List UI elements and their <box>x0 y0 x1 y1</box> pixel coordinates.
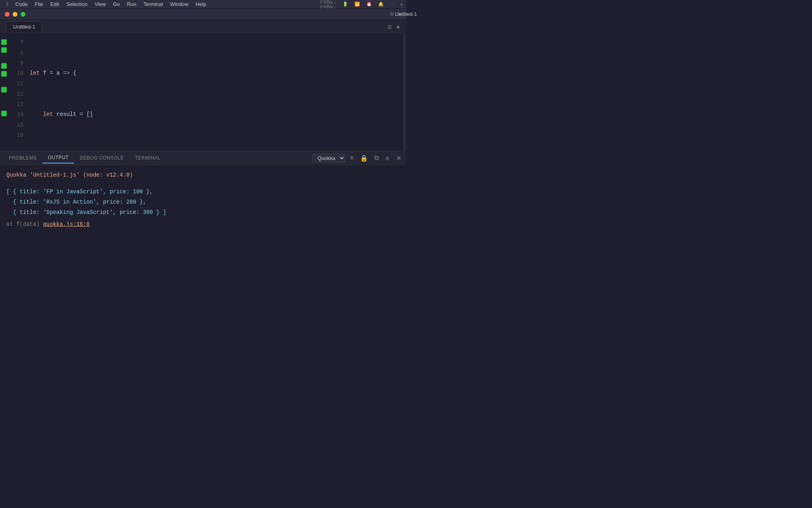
menu-bar:  Code File Edit Selection View Go Run T… <box>0 0 406 9</box>
output-tab[interactable]: OUTPUT <box>42 152 74 164</box>
run-dot-13 <box>1 87 7 92</box>
clock: ⏰ <box>366 2 372 7</box>
panel-area: PROBLEMS OUTPUT DEBUG CONSOLE TERMINAL Q… <box>0 151 406 254</box>
output-line-1: [ { title: 'FP in JavaScript', price: 10… <box>6 187 400 197</box>
copy-icon[interactable]: ⧉ <box>373 154 380 162</box>
split-editor-icon[interactable]: ⊞ <box>390 12 394 17</box>
panel-controls: Quokka ≡ 🔒 ⧉ ∧ ✕ <box>312 154 403 163</box>
output-ref-prefix: at f(data) <box>6 221 43 227</box>
apple-menu[interactable]:  <box>3 0 11 8</box>
run-dot-16 <box>1 111 7 116</box>
run-menu[interactable]: Run <box>124 0 140 8</box>
minimize-button[interactable] <box>13 12 17 17</box>
menu-extras: ≡ <box>400 2 403 7</box>
quokka-header: Quokka 'Untitled-1.js' (node: v12.4.0) <box>6 170 400 180</box>
view-menu[interactable]: View <box>92 0 109 8</box>
code-line-7: let f = a => { <box>30 68 403 78</box>
file-menu[interactable]: File <box>32 0 46 8</box>
battery-icon: 🔋 <box>343 2 348 7</box>
collapse-icon[interactable]: ∧ <box>383 154 391 163</box>
quokka-file-ref[interactable]: quokka.js:16:0 <box>43 221 90 227</box>
code-line-8: let result = [] <box>30 109 403 119</box>
run-dot-8 <box>1 47 7 53</box>
output-ref-line: at f(data) quokka.js:16:0 <box>6 219 400 229</box>
run-indicators <box>0 34 8 151</box>
run-dot-12 <box>1 79 7 85</box>
editor-tab-icons: ⊟ ● <box>387 24 400 30</box>
output-source-select[interactable]: Quokka <box>312 154 345 163</box>
run-dot-9 <box>1 55 7 61</box>
edit-menu[interactable]: Edit <box>47 0 62 8</box>
split-view-icon[interactable]: ⊟ <box>387 24 392 30</box>
problems-tab[interactable]: PROBLEMS <box>3 153 42 163</box>
run-dot-14 <box>1 95 7 100</box>
help-menu[interactable]: Help <box>192 0 209 8</box>
editor-scrollbar[interactable] <box>403 34 406 151</box>
editor-tab-bar: Untitled-1 ⊟ ● <box>0 20 406 34</box>
terminal-tab[interactable]: TERMINAL <box>129 153 166 163</box>
window-menu[interactable]: Window <box>167 0 192 8</box>
titlebar: Untitled-1 ⊞ ● <box>0 9 406 20</box>
run-dot-7 <box>1 39 7 45</box>
traffic-lights <box>5 12 25 17</box>
code-menu[interactable]: Code <box>12 0 31 8</box>
output-line-3: { title: 'Speaking JavaScript', price: 3… <box>6 207 400 217</box>
go-menu[interactable]: Go <box>110 0 123 8</box>
selection-menu[interactable]: Selection <box>63 0 90 8</box>
maximize-button[interactable] <box>21 12 25 17</box>
editor-area: 7 8 9 10 11 12 13 14 15 16 let f = a => … <box>0 34 406 151</box>
run-dot-15 <box>1 103 7 108</box>
terminal-menu[interactable]: Terminal <box>140 0 166 8</box>
editor-tab-untitled[interactable]: Untitled-1 <box>6 21 42 32</box>
network-speed: 0 KB/s ↑0 KB/s ↓ <box>320 0 336 9</box>
run-dot-10 <box>1 63 7 69</box>
code-line-9 <box>30 150 403 151</box>
debug-console-tab[interactable]: DEBUG CONSOLE <box>74 153 129 163</box>
wifi-icon: 📶 <box>354 2 360 7</box>
output-line-2: { title: 'RxJS in Action', price: 200 }, <box>6 197 400 207</box>
output-lines: [ { title: 'FP in JavaScript', price: 10… <box>6 187 400 229</box>
close-button[interactable] <box>5 12 10 17</box>
clear-output-icon[interactable]: ≡ <box>349 154 355 162</box>
more-icon: ··· <box>390 2 394 7</box>
line-numbers: 7 8 9 10 11 12 13 14 15 16 <box>8 34 30 151</box>
panel-tab-bar: PROBLEMS OUTPUT DEBUG CONSOLE TERMINAL Q… <box>0 151 406 165</box>
close-panel-icon[interactable]: ✕ <box>395 154 403 163</box>
panel-content: Quokka 'Untitled-1.js' (node: v12.4.0) [… <box>0 165 406 254</box>
more-actions-icon[interactable]: ● <box>396 24 400 30</box>
run-dot-11 <box>1 71 7 77</box>
notification-icon: 🔔 <box>378 2 384 7</box>
code-content[interactable]: let f = a => { let result = [] for (let … <box>30 34 403 151</box>
lock-icon[interactable]: 🔒 <box>358 154 370 163</box>
window-title: Untitled-1 <box>395 11 406 17</box>
